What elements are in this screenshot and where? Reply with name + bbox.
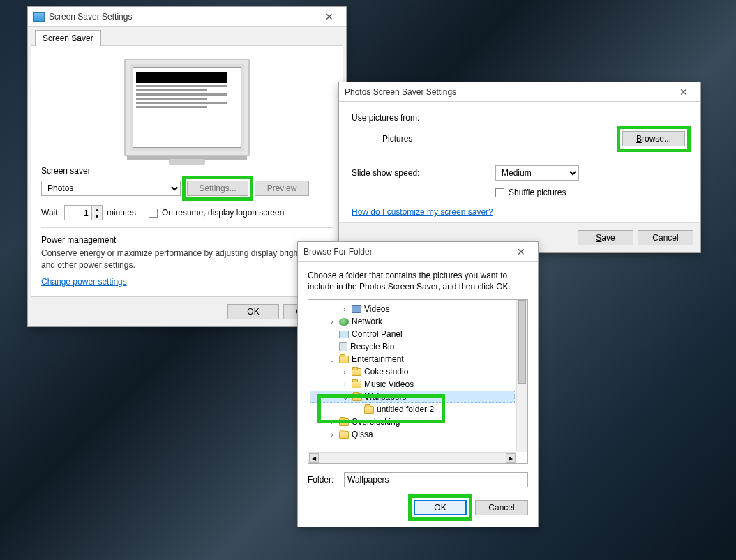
shuffle-label: Shuffle pictures xyxy=(509,188,566,197)
tree-item-label: Control Panel xyxy=(352,329,403,339)
tree-item-label: Recycle Bin xyxy=(350,342,394,351)
tree-item-label: Qissa xyxy=(352,430,373,439)
screen-saver-group-label: Screen saver xyxy=(41,166,333,176)
tree-item-videos[interactable]: ›Videos xyxy=(310,303,515,315)
wait-input[interactable] xyxy=(64,205,92,220)
close-icon[interactable]: ✕ xyxy=(671,85,696,99)
scrollbar-horizontal[interactable]: ◀ ▶ xyxy=(308,452,516,463)
tree-item-label: Entertainment xyxy=(352,354,404,364)
save-button[interactable]: Save xyxy=(578,230,633,245)
preview-button[interactable]: Preview xyxy=(255,181,309,196)
window-title: Screen Saver Settings xyxy=(49,12,317,22)
tree-item-label: Coke studio xyxy=(364,367,408,377)
close-icon[interactable]: ✕ xyxy=(509,245,534,259)
browse-button[interactable]: Browse... xyxy=(622,131,685,146)
expand-icon[interactable]: › xyxy=(328,418,336,426)
spin-up-icon[interactable]: ▲ xyxy=(92,206,102,213)
speed-select[interactable]: Medium xyxy=(495,165,579,181)
tree-item-music-videos[interactable]: ›Music Videos xyxy=(310,378,515,391)
shuffle-checkbox[interactable] xyxy=(495,188,504,197)
preview-monitor xyxy=(124,59,250,156)
tree-item-label: Videos xyxy=(364,304,389,314)
tree-item-overclocking[interactable]: ›Overclocking xyxy=(310,416,515,428)
titlebar[interactable]: Photos Screen Saver Settings ✕ xyxy=(339,82,700,102)
expand-icon[interactable]: › xyxy=(340,368,349,376)
tree-item-untitled-folder-2[interactable]: untitled folder 2 xyxy=(310,403,515,416)
expand-icon[interactable]: › xyxy=(328,318,336,326)
tree-item-label: Wallpapers xyxy=(365,392,407,402)
expand-icon[interactable]: ⌄ xyxy=(328,356,336,363)
slide-show-speed-label: Slide show speed: xyxy=(352,168,491,178)
tree-item-recycle-bin[interactable]: Recycle Bin xyxy=(310,340,515,353)
tree-item-coke-studio[interactable]: ›Coke studio xyxy=(310,365,515,378)
tree-item-network[interactable]: ›Network xyxy=(310,315,515,328)
tree-item-label: Network xyxy=(352,317,382,326)
browse-for-folder-window: Browse For Folder ✕ Choose a folder that… xyxy=(297,241,539,527)
tree-item-label: untitled folder 2 xyxy=(377,404,434,414)
help-link[interactable]: How do I customize my screen saver? xyxy=(352,207,493,217)
tree-item-entertainment[interactable]: ⌄Entertainment xyxy=(310,353,515,365)
expand-icon[interactable]: › xyxy=(328,431,336,439)
cancel-button[interactable]: Cancel xyxy=(638,230,693,245)
pictures-folder-label: Pictures xyxy=(382,134,615,144)
tree-item-qissa[interactable]: ›Qissa xyxy=(310,428,515,441)
window-title: Photos Screen Saver Settings xyxy=(345,87,671,97)
settings-button[interactable]: Settings... xyxy=(187,181,248,196)
tree-item-label: Music Videos xyxy=(364,379,414,389)
expand-icon[interactable]: › xyxy=(340,305,349,313)
scroll-right-icon[interactable]: ▶ xyxy=(506,453,516,463)
browse-instructions: Choose a folder that contains the pictur… xyxy=(308,270,528,292)
spin-down-icon[interactable]: ▼ xyxy=(92,213,102,220)
tab-screen-saver[interactable]: Screen Saver xyxy=(35,30,101,46)
on-resume-checkbox[interactable] xyxy=(149,209,158,218)
folder-input[interactable] xyxy=(344,472,528,487)
photos-screen-saver-settings-window: Photos Screen Saver Settings ✕ Use pictu… xyxy=(338,82,701,253)
power-management-text: Conserve energy or maximize performance … xyxy=(41,248,333,271)
expand-icon[interactable]: › xyxy=(340,381,349,388)
titlebar[interactable]: Browse For Folder ✕ xyxy=(298,242,538,262)
use-pictures-label: Use pictures from: xyxy=(352,113,688,123)
on-resume-label: On resume, display logon screen xyxy=(162,208,284,218)
wait-label: Wait: xyxy=(41,208,60,218)
expand-icon[interactable]: ⌄ xyxy=(341,393,350,401)
cancel-button[interactable]: Cancel xyxy=(475,500,528,515)
titlebar[interactable]: Screen Saver Settings ✕ xyxy=(28,7,346,27)
folder-tree[interactable]: ›Videos›NetworkControl PanelRecycle Bin⌄… xyxy=(308,299,528,464)
monitor-icon xyxy=(33,12,45,22)
wait-units: minutes xyxy=(107,208,136,218)
change-power-settings-link[interactable]: Change power settings xyxy=(41,277,127,287)
ok-button[interactable]: OK xyxy=(227,304,279,319)
window-title: Browse For Folder xyxy=(303,247,509,257)
scrollbar-vertical[interactable] xyxy=(516,300,527,452)
tree-item-wallpapers[interactable]: ⌄Wallpapers xyxy=(310,391,515,403)
ok-button[interactable]: OK xyxy=(414,500,467,515)
close-icon[interactable]: ✕ xyxy=(317,10,342,24)
tree-item-label: Overclocking xyxy=(352,417,400,427)
screensaver-select[interactable]: Photos xyxy=(41,181,181,196)
tree-item-control-panel[interactable]: Control Panel xyxy=(310,328,515,340)
scroll-left-icon[interactable]: ◀ xyxy=(309,453,319,463)
power-management-header: Power management xyxy=(41,235,333,245)
folder-field-label: Folder: xyxy=(308,475,340,485)
wait-spinner[interactable]: ▲▼ xyxy=(64,205,103,220)
